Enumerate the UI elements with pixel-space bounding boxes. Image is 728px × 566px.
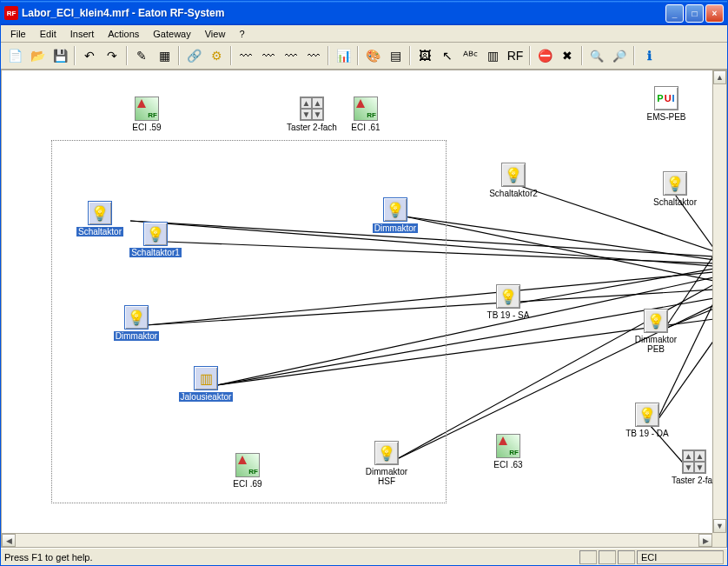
vertical-scrollbar[interactable]: ▲ ▼ bbox=[712, 70, 726, 533]
palette-icon[interactable]: 🎨 bbox=[362, 45, 383, 66]
status-help: Press F1 to get help. bbox=[4, 552, 578, 563]
bulb-icon: 💡 bbox=[496, 284, 520, 309]
rf-icon: RF bbox=[135, 97, 159, 121]
bulb-icon: 💡 bbox=[644, 309, 668, 333]
node-eci59[interactable]: RFECI .59 bbox=[116, 97, 177, 132]
node-dimmaktor_t[interactable]: 💡Dimmaktor bbox=[365, 197, 426, 233]
grid-icon[interactable]: ▦ bbox=[154, 45, 175, 66]
menu-view[interactable]: View bbox=[199, 27, 232, 41]
scroll-up-icon[interactable]: ▲ bbox=[713, 70, 726, 84]
delete-icon[interactable]: ✖ bbox=[557, 45, 578, 66]
node-schaltaktor_r[interactable]: 💡Schaltaktor bbox=[645, 171, 705, 207]
undo-icon[interactable]: ↶ bbox=[79, 45, 100, 66]
statusbar: Press F1 to get help. ECI bbox=[1, 548, 727, 565]
node-tb19sa[interactable]: 💡TB 19 - SA bbox=[478, 284, 539, 320]
shutter-icon: ▲▲▼▼ bbox=[300, 97, 324, 121]
node-label: Dimmaktor bbox=[373, 223, 418, 233]
node-label: Schaltaktor1 bbox=[129, 248, 182, 257]
node-label: EMS-PEB bbox=[646, 112, 685, 122]
pui-icon: PUI bbox=[654, 86, 678, 110]
bulb-icon: 💡 bbox=[635, 403, 659, 427]
redo-icon[interactable]: ↷ bbox=[102, 45, 122, 66]
toolbar-separator bbox=[409, 46, 411, 65]
blind-icon: ▥ bbox=[194, 366, 218, 390]
toolbar-separator bbox=[633, 46, 635, 65]
node-taster2b[interactable]: ▲▲▼▼Taster 2-fac bbox=[664, 449, 712, 485]
node-emspeb[interactable]: PUIEMS-PEB bbox=[636, 86, 697, 122]
menu-actions[interactable]: Actions bbox=[102, 27, 145, 41]
rf-icon: RF bbox=[496, 434, 520, 458]
toolbar: 📄📂💾↶↷✎▦🔗⚙〰〰〰〰📊🎨▤🖼↖ᴬᴮᶜ▥RF⛔✖🔍🔎ℹ bbox=[1, 43, 727, 70]
node-dimmaktor_l[interactable]: 💡Dimmaktor bbox=[106, 305, 167, 341]
file-save-icon[interactable]: 💾 bbox=[50, 45, 70, 66]
scroll-left-icon[interactable]: ◀ bbox=[2, 534, 16, 547]
scroll-right-icon[interactable]: ▶ bbox=[698, 534, 712, 547]
link-icon[interactable]: 🔗 bbox=[183, 45, 204, 66]
node-eci61[interactable]: RFECI .61 bbox=[335, 97, 396, 132]
pointer-icon[interactable]: ↖ bbox=[437, 45, 458, 66]
close-button[interactable]: × bbox=[705, 4, 724, 23]
diagram-canvas[interactable]: RFECI .59▲▲▼▼Taster 2-fachRFECI .61PUIEM… bbox=[2, 70, 712, 533]
bulb-icon: 💡 bbox=[374, 441, 399, 465]
bulb-icon: 💡 bbox=[124, 305, 149, 330]
node-eci69[interactable]: RFECI .69 bbox=[217, 453, 278, 489]
wave4-icon[interactable]: 〰 bbox=[303, 45, 324, 66]
menu-insert[interactable]: Insert bbox=[64, 27, 101, 41]
wave2-icon[interactable]: 〰 bbox=[258, 45, 279, 66]
menu-edit[interactable]: Edit bbox=[34, 27, 63, 41]
toolbar-separator bbox=[126, 46, 128, 65]
file-open-icon[interactable]: 📂 bbox=[27, 45, 48, 66]
edit-icon[interactable]: ✎ bbox=[131, 45, 152, 66]
titlebar[interactable]: RF Labor_ECI_klein4.mrf - Eaton RF-Syste… bbox=[1, 1, 727, 25]
app-window: RF Labor_ECI_klein4.mrf - Eaton RF-Syste… bbox=[0, 0, 728, 566]
node-label: Dimmaktor bbox=[114, 331, 159, 341]
scroll-track[interactable] bbox=[16, 534, 698, 547]
node-jalousie[interactable]: ▥Jalousieaktor bbox=[175, 366, 236, 402]
panel-icon[interactable]: ▤ bbox=[385, 45, 406, 66]
stop-icon[interactable]: ⛔ bbox=[534, 45, 555, 66]
menu-file[interactable]: File bbox=[4, 27, 32, 41]
menu-gateway[interactable]: Gateway bbox=[147, 27, 196, 41]
status-cell bbox=[599, 550, 616, 564]
node-eci63[interactable]: RFECI .63 bbox=[478, 434, 539, 469]
file-new-icon[interactable]: 📄 bbox=[4, 45, 25, 66]
gear-icon[interactable]: ⚙ bbox=[206, 45, 227, 66]
minimize-button[interactable]: _ bbox=[665, 4, 684, 23]
node-schaltaktor2[interactable]: 💡Schaltaktor2 bbox=[483, 163, 544, 198]
maximize-button[interactable]: □ bbox=[685, 4, 704, 23]
align-icon[interactable]: ▥ bbox=[482, 45, 503, 66]
menubar: File Edit Insert Actions Gateway View ? bbox=[1, 25, 727, 43]
wave3-icon[interactable]: 〰 bbox=[281, 45, 301, 66]
node-dimmaktor_peb[interactable]: 💡Dimmaktor PEB bbox=[625, 309, 686, 354]
node-label: ECI .61 bbox=[351, 123, 380, 132]
node-label: ECI .69 bbox=[233, 479, 261, 489]
scroll-track[interactable] bbox=[713, 84, 726, 519]
node-label: Dimmaktor HSF bbox=[356, 467, 417, 486]
rf-icon[interactable]: RF bbox=[505, 45, 526, 66]
scroll-down-icon[interactable]: ▼ bbox=[713, 519, 726, 533]
node-label: ECI .63 bbox=[493, 460, 522, 469]
rf-icon: RF bbox=[354, 97, 378, 121]
image-icon[interactable]: 🖼 bbox=[414, 45, 435, 66]
node-dimmhsf[interactable]: 💡Dimmaktor HSF bbox=[356, 441, 417, 486]
node-label: Taster 2-fac bbox=[672, 476, 712, 485]
node-schaltaktor[interactable]: 💡Schaltaktor bbox=[69, 201, 130, 236]
status-cell bbox=[618, 550, 635, 564]
info-icon[interactable]: ℹ bbox=[639, 45, 659, 66]
wave1-icon[interactable]: 〰 bbox=[235, 45, 256, 66]
text-icon[interactable]: ᴬᴮᶜ bbox=[460, 45, 480, 66]
node-label: Taster 2-fach bbox=[287, 123, 337, 132]
horizontal-scrollbar[interactable]: ◀ ▶ bbox=[2, 533, 712, 547]
chart-icon[interactable]: 📊 bbox=[333, 45, 354, 66]
node-taster2[interactable]: ▲▲▼▼Taster 2-fach bbox=[281, 97, 342, 132]
status-right: ECI bbox=[637, 550, 724, 564]
bulb-icon: 💡 bbox=[663, 171, 687, 196]
node-schaltaktor1[interactable]: 💡Schaltaktor1 bbox=[125, 222, 186, 257]
toolbar-separator bbox=[178, 46, 180, 65]
menu-help[interactable]: ? bbox=[233, 27, 250, 41]
node-label: TB 19 - DA bbox=[625, 429, 668, 438]
node-tb19da[interactable]: 💡TB 19 - DA bbox=[617, 403, 678, 438]
zoom-out-icon[interactable]: 🔎 bbox=[609, 45, 630, 66]
node-label: Jalousieaktor bbox=[179, 392, 234, 402]
zoom-in-icon[interactable]: 🔍 bbox=[586, 45, 607, 66]
